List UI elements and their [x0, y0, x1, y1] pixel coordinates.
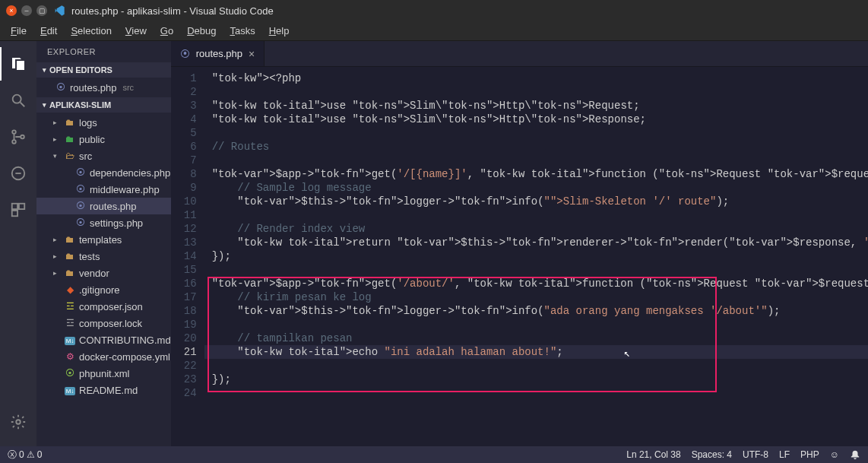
minimize-window-button[interactable]: –: [21, 5, 32, 16]
status-spaces[interactable]: Spaces: 4: [692, 449, 732, 460]
tree-item--gitignore[interactable]: ◆.gitignore: [36, 281, 171, 298]
code-line[interactable]: // kirim pesan ke log: [204, 290, 868, 304]
menu-file[interactable]: File: [5, 24, 33, 38]
maximize-window-button[interactable]: ▢: [36, 5, 47, 16]
activity-extensions[interactable]: [0, 193, 36, 227]
code-line[interactable]: "tok-kw tok-ital">use "tok-ns">Slim\"tok…: [204, 99, 868, 113]
tree-item-composer-json[interactable]: ☲composer.json: [36, 298, 171, 315]
close-window-button[interactable]: ×: [6, 5, 17, 16]
tab-routes-php[interactable]: ⦿ routes.php ×: [171, 41, 265, 66]
tree-item-tests[interactable]: ▸🖿tests: [36, 248, 171, 265]
twisty-icon: ▸: [53, 236, 61, 243]
tree-item-src[interactable]: ▾🗁src: [36, 147, 171, 164]
status-eol[interactable]: LF: [779, 449, 790, 460]
code-line[interactable]: [204, 208, 868, 222]
tree-item-middleware-php[interactable]: ⦿middleware.php: [36, 181, 171, 198]
status-notifications[interactable]: [850, 449, 860, 460]
code-line[interactable]: "tok-kw tok-ital">use "tok-ns">Slim\"tok…: [204, 113, 868, 126]
menubar: File Edit Selection View Go Debug Tasks …: [0, 21, 868, 41]
code-line[interactable]: "tok-var">$this->"tok-fn">logger->"tok-f…: [204, 195, 868, 208]
status-errors[interactable]: ⓧ0 ⚠0: [8, 449, 42, 461]
tree-item-public[interactable]: ▸🖿public: [36, 131, 171, 147]
menu-help[interactable]: Help: [263, 24, 296, 38]
twisty-icon: ▸: [53, 252, 61, 260]
menu-view[interactable]: View: [119, 24, 153, 38]
status-language[interactable]: PHP: [800, 449, 819, 460]
svg-point-10: [16, 420, 21, 424]
activity-settings[interactable]: [0, 405, 36, 439]
tree-item-phpunit-xml[interactable]: ⦿phpunit.xml: [36, 365, 171, 382]
code-line[interactable]: });: [204, 373, 868, 386]
open-editor-item[interactable]: ⦿ routes.php src: [36, 79, 171, 96]
tree-item-contributing-md[interactable]: M↓CONTRIBUTING.md: [36, 331, 171, 348]
code-editor[interactable]: 123456789101112131415161718192021222324 …: [171, 67, 868, 446]
tree-item-routes-php[interactable]: ⦿routes.php: [36, 198, 171, 214]
menu-tasks[interactable]: Tasks: [223, 24, 261, 38]
error-icon: ⓧ: [8, 449, 17, 461]
warning-icon: ⚠: [27, 449, 35, 460]
activity-source-control[interactable]: [0, 120, 36, 154]
menu-debug[interactable]: Debug: [181, 24, 222, 38]
code-line[interactable]: [204, 318, 868, 331]
activity-debug[interactable]: [0, 157, 36, 190]
status-feedback[interactable]: ☺: [830, 449, 839, 460]
close-tab-button[interactable]: ×: [249, 48, 255, 60]
code-line[interactable]: // tampilkan pesan: [204, 331, 868, 345]
code-line[interactable]: "tok-var">$app->"tok-fn">get('/[{name}]'…: [204, 167, 868, 181]
line-number: 19: [171, 318, 197, 331]
code-line[interactable]: });: [204, 249, 868, 263]
code-line[interactable]: [204, 263, 868, 277]
project-header-label: APLIKASI-SLIM: [49, 100, 111, 109]
tree-item-templates[interactable]: ▸🖿templates: [36, 231, 171, 248]
svg-rect-8: [19, 204, 24, 209]
tree-item-settings-php[interactable]: ⦿settings.php: [36, 214, 171, 231]
tree-item-readme-md[interactable]: M↓README.md: [36, 382, 171, 398]
code-line[interactable]: [204, 359, 868, 373]
line-number: 7: [171, 154, 197, 167]
tree-item-label: composer.json: [79, 301, 143, 312]
code-content[interactable]: ↖ "tok-kw"><?php "tok-kw tok-ital">use "…: [204, 67, 868, 446]
code-line[interactable]: // Render index view: [204, 222, 868, 236]
code-line[interactable]: // Routes: [204, 140, 868, 154]
project-header[interactable]: ▾ APLIKASI-SLIM: [36, 97, 171, 113]
menu-go[interactable]: Go: [154, 24, 179, 38]
code-line[interactable]: [204, 154, 868, 167]
line-number: 5: [171, 126, 197, 140]
status-line-col[interactable]: Ln 21, Col 38: [626, 449, 680, 460]
file-icon: 🖿: [64, 134, 76, 144]
open-editors-label: OPEN EDITORS: [49, 65, 112, 75]
line-number: 11: [171, 208, 197, 222]
tree-item-label: docker-compose.yml: [79, 351, 170, 363]
tree-item-docker-compose-yml[interactable]: ⚙docker-compose.yml: [36, 348, 171, 365]
code-line[interactable]: "tok-var">$this->"tok-fn">logger->"tok-f…: [204, 304, 868, 318]
tree-item-label: .gitignore: [79, 284, 119, 296]
titlebar: × – ▢ routes.php - aplikasi-slim - Visua…: [0, 0, 868, 21]
activity-explorer[interactable]: [0, 47, 36, 81]
chevron-down-icon: ▾: [43, 101, 46, 109]
code-line[interactable]: "tok-kw tok-ital">return "tok-var">$this…: [204, 236, 868, 249]
code-line[interactable]: [204, 386, 868, 400]
tree-item-logs[interactable]: ▸🖿logs: [36, 114, 171, 131]
tree-item-vendor[interactable]: ▸🖿vendor: [36, 265, 171, 281]
status-encoding[interactable]: UTF-8: [743, 449, 768, 460]
file-icon: ⦿: [74, 201, 87, 211]
line-number: 21: [171, 345, 197, 359]
code-line[interactable]: [204, 85, 868, 99]
file-icon: 🖿: [64, 117, 76, 128]
activity-search[interactable]: [0, 84, 36, 117]
menu-selection[interactable]: Selection: [65, 24, 117, 38]
tree-item-composer-lock[interactable]: ☲composer.lock: [36, 315, 171, 331]
line-number: 3: [171, 99, 197, 113]
svg-rect-7: [12, 204, 17, 209]
menu-edit[interactable]: Edit: [34, 24, 63, 38]
code-line[interactable]: // Sample log message: [204, 181, 868, 195]
open-editors-header[interactable]: ▾ OPEN EDITORS: [36, 62, 171, 78]
code-line[interactable]: "tok-kw tok-ital">echo "ini adalah halam…: [204, 345, 868, 359]
open-editors-list: ⦿ routes.php src: [36, 78, 171, 97]
code-line[interactable]: "tok-var">$app->"tok-fn">get('/about/', …: [204, 277, 868, 290]
code-line[interactable]: "tok-kw"><?php: [204, 71, 868, 85]
tree-item-label: README.md: [79, 385, 138, 396]
line-number: 1: [171, 71, 197, 85]
tree-item-dependencies-php[interactable]: ⦿dependencies.php: [36, 164, 171, 181]
code-line[interactable]: [204, 126, 868, 140]
